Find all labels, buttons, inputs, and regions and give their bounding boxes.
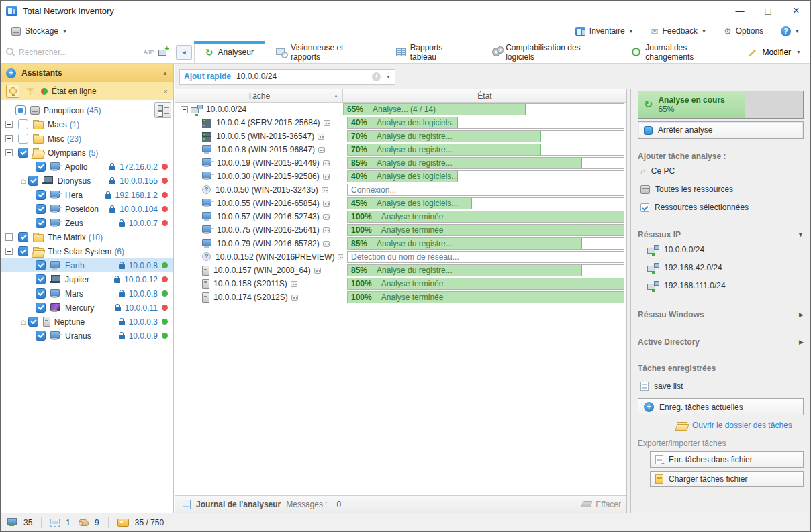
tree-row-uranus[interactable]: Uranus 10.0.0.9 (1, 329, 173, 343)
checkbox-checked[interactable] (36, 288, 46, 299)
checkbox-checked[interactable] (36, 190, 46, 200)
clear-log-button[interactable]: Effacer (582, 500, 621, 509)
tree-row-solar-system[interactable]: The Solar System (6) (1, 244, 173, 258)
scan-row[interactable]: 10.0.0.55 (WIN-2016-65854) 45%Analyse de… (175, 197, 626, 210)
options-button[interactable]: ⚙ Options (720, 24, 767, 38)
scan-row[interactable]: 10.0.0.57 (WIN-2016-52743) 100%Analyse t… (175, 210, 626, 223)
windows-network-header[interactable]: Réseau Windows ▶ (638, 310, 804, 319)
tree-row-jupiter[interactable]: Jupiter 10.0.0.12 (1, 272, 173, 286)
tab-viewer-reports[interactable]: Visionneuse et rapports (265, 41, 385, 63)
checkbox-checked[interactable] (36, 331, 46, 341)
add-icon[interactable] (372, 72, 381, 81)
scan-row[interactable]: 10.0.0.79 (WIN-2016-65782) 85%Analyse du… (175, 237, 626, 250)
checkbox-checked[interactable] (36, 303, 46, 313)
checkbox-checked[interactable] (36, 218, 46, 228)
ip-network-item[interactable]: 192.168.111.0/24 (638, 278, 804, 294)
tab-scanner[interactable]: ↻ Analyseur (194, 41, 265, 63)
add-assistant-icon[interactable] (6, 68, 16, 78)
stop-scan-button[interactable]: Arrêter analyse (638, 121, 804, 139)
ip-network-item[interactable]: 192.168.42.0/24 (638, 260, 804, 276)
help-menu-button[interactable]: ? ▼ (777, 24, 804, 38)
save-current-tasks-button[interactable]: Enreg. tâches actuelles (638, 398, 804, 415)
checkbox-partial[interactable] (15, 105, 26, 115)
collapse-icon[interactable] (5, 149, 13, 156)
tree-row-hera[interactable]: Hera 192.168.1.2 (1, 188, 173, 202)
add-network-icon[interactable] (158, 47, 169, 57)
tree-row-mercury[interactable]: Mercury 10.0.0.11 (1, 301, 173, 315)
tree-row-macs[interactable]: Macs (1) (1, 117, 173, 131)
scan-row[interactable]: 10.0.0.5 (WIN-2015-36547) 70%Analyse du … (175, 129, 626, 143)
chevron-down-icon[interactable]: ▼ (386, 74, 391, 79)
scan-row[interactable]: 10.0.0.19 (WIN-2015-91449) 85%Analyse du… (175, 156, 626, 170)
scan-row[interactable]: 10.0.0.4 (SERV-2015-25684) 40%Analyse de… (175, 116, 626, 129)
collapse-icon[interactable] (181, 106, 188, 113)
collapse-sidebar-button[interactable]: ◄ (176, 45, 192, 60)
scan-row[interactable]: 10.0.0.0/24 65%Analyse... (4 / 14) (175, 103, 626, 116)
checkbox-checked[interactable] (28, 317, 38, 327)
active-directory-header[interactable]: Active Directory ▶ (638, 337, 804, 347)
column-header-task[interactable]: Tâche ▲ (175, 89, 343, 102)
scan-progress-header[interactable]: ↻ Analyse en cours 65% (638, 91, 804, 119)
scan-row[interactable]: 10.0.0.30 (WIN-2015-92586) 40%Analyse de… (175, 170, 626, 183)
feedback-menu-button[interactable]: ✉ Feedback ▼ (647, 24, 711, 38)
tab-table-reports[interactable]: Rapports tableau (385, 41, 482, 63)
checkbox-checked[interactable] (18, 232, 28, 242)
tab-change-log[interactable]: Journal des changements (621, 41, 747, 63)
search-input[interactable] (19, 48, 140, 57)
scan-row[interactable]: 10.0.0.157 (WIN_2008_64) 85%Analyse du r… (175, 264, 626, 277)
collapse-icon[interactable] (5, 248, 13, 255)
tree-row-the-matrix[interactable]: The Matrix (10) (1, 230, 173, 244)
checkbox-checked[interactable] (18, 246, 28, 256)
checkbox-unchecked[interactable] (18, 134, 28, 144)
save-tasks-to-file-button[interactable]: Enr. tâches dans fichier (650, 451, 804, 468)
scan-row[interactable]: 10.0.0.174 (S2012S) 100%Analyse terminée (175, 290, 626, 304)
inventory-menu-button[interactable]: Inventaire ▼ (571, 24, 638, 38)
minimize-button[interactable]: — (726, 1, 754, 21)
checkbox-checked[interactable] (18, 148, 28, 158)
maximize-button[interactable]: □ (754, 1, 782, 21)
tree-row-olympians[interactable]: Olympians (5) (1, 146, 173, 160)
checkbox-checked[interactable] (36, 204, 46, 214)
column-header-state[interactable]: État (343, 89, 626, 102)
sort-a-ip-icon[interactable]: A/IP (144, 50, 154, 55)
assistants-header[interactable]: Assistants ▲ (1, 64, 173, 82)
load-tasks-from-file-button[interactable]: Charger tâches fichier (650, 471, 804, 487)
scan-row[interactable]: 10.0.0.152 (WIN-2016PREVIEW) Détection d… (175, 250, 626, 264)
checkbox-unchecked[interactable] (18, 119, 28, 129)
expand-icon[interactable] (5, 233, 13, 241)
tree-row-apollo[interactable]: Apollo 172.16.0.2 (1, 160, 173, 174)
tree-row-dionysus[interactable]: ⌂ Dionysus 10.0.0.155 (1, 174, 173, 188)
quick-add-input[interactable] (236, 72, 367, 81)
saved-task-file-item[interactable]: save list (638, 378, 804, 394)
close-button[interactable]: × (782, 1, 810, 21)
scan-row[interactable]: 10.0.0.8 (WIN-2015-96847) 70%Analyse du … (175, 143, 626, 156)
checkbox-checked[interactable] (36, 260, 46, 270)
tree-row-neptune[interactable]: ⌂ Neptune 10.0.0.3 (1, 315, 173, 329)
tree-row-zeus[interactable]: Zeus 10.0.0.7 (1, 216, 173, 230)
close-icon[interactable]: × (164, 87, 168, 95)
expand-icon[interactable] (5, 121, 13, 128)
scan-row[interactable]: 10.0.0.50 (WIN-2015-32435) Connexion... (175, 183, 626, 197)
edit-menu-button[interactable]: Modifier ▼ (747, 41, 810, 63)
scan-row[interactable]: 10.0.0.75 (WIN-2016-25641) 100%Analyse t… (175, 223, 626, 237)
checkbox-checked[interactable] (36, 274, 46, 284)
tree-row-poseidon[interactable]: Poseidon 10.0.0.104 (1, 202, 173, 216)
scan-selected-resources-item[interactable]: Ressources sélectionnées (638, 199, 804, 215)
open-tasks-folder-link[interactable]: Ouvrir le dossier des tâches (638, 421, 804, 430)
scan-row[interactable]: 10.0.0.158 (S2011S) 100%Analyse terminée (175, 277, 626, 290)
tree-row-panopticon[interactable]: Panopticon (45) (1, 103, 173, 117)
tree-row-mars[interactable]: Mars 10.0.0.8 (1, 286, 173, 301)
scan-all-resources-item[interactable]: Toutes les ressources (638, 181, 804, 197)
ip-network-item[interactable]: 10.0.0.0/24 (638, 242, 804, 258)
ip-networks-header[interactable]: Réseaux IP ▼ (638, 230, 804, 240)
storage-menu-button[interactable]: Stockage ▼ (7, 24, 71, 38)
highlight-toggle-button[interactable] (6, 85, 19, 98)
quick-add-field[interactable]: Ajout rapide ▼ (179, 69, 395, 85)
tab-software-accounting[interactable]: Comptabilisation des logiciels (481, 41, 621, 63)
scan-this-pc-item[interactable]: ⌂ Ce PC (638, 163, 804, 179)
checkbox-checked[interactable] (28, 176, 38, 186)
checkbox-checked[interactable] (36, 162, 46, 172)
tree-row-earth[interactable]: Earth 10.0.0.8 (1, 258, 173, 272)
expand-icon[interactable] (5, 135, 13, 142)
check-all-button[interactable] (154, 102, 171, 118)
